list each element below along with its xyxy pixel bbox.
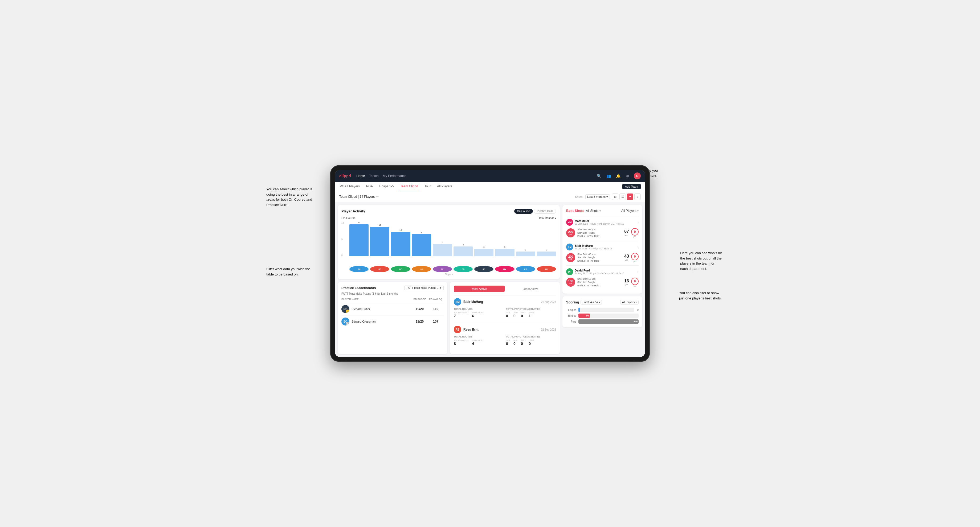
bar-2[interactable] bbox=[391, 232, 410, 256]
active-player-header-1: BM Blair McHarg 26 Aug 2023 bbox=[454, 298, 556, 306]
shot-meta-1: 09 Jun 2023 · Royal North Devon GC, Hole… bbox=[575, 222, 624, 225]
plus-circle-icon[interactable]: ⊕ bbox=[624, 173, 631, 179]
bar-4[interactable] bbox=[433, 244, 452, 256]
user-avatar[interactable]: U bbox=[634, 173, 641, 179]
main-content: Player Activity On Course Practice Drill… bbox=[335, 202, 645, 357]
bar-8[interactable] bbox=[516, 252, 535, 256]
bell-icon[interactable]: 🔔 bbox=[615, 173, 622, 179]
all-players-filter[interactable]: All Players ▾ bbox=[621, 209, 639, 213]
bar-3[interactable] bbox=[412, 234, 431, 256]
tablet-screen: clippd Home Teams My Performance 🔍 👥 🔔 ⊕… bbox=[335, 170, 645, 357]
active-avatar-1: BM bbox=[454, 298, 461, 306]
player-activity-card: Player Activity On Course Practice Drill… bbox=[338, 205, 560, 279]
total-rounds-group-2: Total Rounds Tournament 8 Practice bbox=[454, 335, 504, 346]
view-list-btn[interactable]: ≡ bbox=[634, 194, 641, 200]
view-heart-btn[interactable]: ♥ bbox=[627, 194, 633, 200]
chevron-right-icon-1[interactable]: › bbox=[637, 220, 639, 224]
rank-badge-gold: 1 bbox=[346, 310, 349, 313]
most-active-tab[interactable]: Most Active bbox=[454, 286, 505, 292]
bar-value-7: 3 bbox=[504, 246, 505, 248]
player-avatar-2[interactable]: DF bbox=[391, 266, 410, 272]
bar-value-3: 9 bbox=[421, 231, 422, 234]
scoring-par-select[interactable]: Par 3, 4 & 5s ▾ bbox=[581, 300, 602, 305]
scoring-all-players-select[interactable]: All Players ▾ bbox=[620, 300, 639, 305]
leaderboard-row-1: RB 1 Richard Butler 19/20 110 bbox=[341, 303, 444, 315]
nav-home[interactable]: Home bbox=[356, 173, 365, 179]
tournament-val-1: 7 bbox=[454, 314, 469, 318]
nav-teams[interactable]: Teams bbox=[369, 173, 379, 179]
shot-text-3: Shot Dist: 16 yds Start Lie: Rough End L… bbox=[578, 277, 622, 287]
shot-stat-zero-wrapper-1: 0 yds bbox=[631, 228, 639, 237]
active-player-2: RB Rees Britt 02 Sep 2023 Total Rounds bbox=[454, 323, 556, 351]
player-avatar-6[interactable]: RB bbox=[474, 266, 493, 272]
y-label-5: 5 bbox=[341, 238, 344, 240]
edit-icon[interactable]: ✏ bbox=[376, 195, 379, 198]
bar-9[interactable] bbox=[537, 252, 556, 256]
practice-activities-group-2: Total Practice Activities GTT 0 APP bbox=[506, 335, 556, 346]
player-name-crossman: Edward Crossman bbox=[352, 320, 375, 323]
scoring-bar-row-1: Birdies 96 bbox=[566, 314, 639, 318]
chart-dropdown[interactable]: Total Rounds ▾ bbox=[539, 217, 556, 220]
pb-avgsq-butler: 110 bbox=[428, 307, 444, 311]
best-shots-title: Best Shots bbox=[566, 209, 584, 213]
shot-avatar-1: MM bbox=[566, 219, 573, 226]
subnav-pga[interactable]: PGA bbox=[366, 182, 373, 191]
practice-activities-label-1: Total Practice Activities bbox=[506, 308, 556, 310]
search-icon[interactable]: 🔍 bbox=[595, 173, 602, 179]
bar-1[interactable] bbox=[370, 227, 389, 256]
scoring-bar-row-0: Eagles 3 bbox=[566, 308, 639, 312]
add-team-button[interactable]: Add Team bbox=[622, 184, 641, 189]
practice-drills-pill[interactable]: Practice Drills bbox=[534, 209, 556, 214]
player-avatar-8[interactable]: EC bbox=[516, 266, 535, 272]
shot-item-1: MM Matt Miller 09 Jun 2023 · Royal North… bbox=[566, 216, 639, 241]
team-header: Team Clippd | 14 Players ✏ Show: Last 3 … bbox=[335, 191, 645, 202]
shot-item-3: DF David Ford 24 Aug 2023 · Royal North … bbox=[566, 265, 639, 290]
leaderboard-title: Practice Leaderboards bbox=[341, 286, 376, 290]
shot-text-1: Shot Dist: 67 yds Start Lie: Rough End L… bbox=[578, 228, 622, 238]
right-panel: Best Shots All Shots ▾ All Players ▾ bbox=[562, 205, 642, 354]
period-select[interactable]: Last 3 months ▾ bbox=[585, 194, 610, 199]
view-grid-btn[interactable]: ⊞ bbox=[612, 194, 618, 200]
chevron-right-icon-3[interactable]: › bbox=[637, 270, 639, 274]
subnav-hcaps[interactable]: Hcaps 1-5 bbox=[379, 182, 395, 191]
player-avatar-0[interactable]: BM bbox=[349, 266, 369, 272]
subnav-pgat[interactable]: PGAT Players bbox=[339, 182, 360, 191]
shot-score-badge-2: 200 SG bbox=[566, 253, 575, 262]
player-activity-header: Player Activity On Course Practice Drill… bbox=[341, 209, 556, 214]
all-shots-filter[interactable]: All Shots ▾ bbox=[586, 209, 601, 213]
player-avatar-3[interactable]: JC bbox=[412, 266, 431, 272]
active-player-header-2: RB Rees Britt 02 Sep 2023 bbox=[454, 326, 556, 333]
active-player-1: BM Blair McHarg 26 Aug 2023 Total Rounds bbox=[454, 295, 556, 323]
bar-0[interactable] bbox=[349, 224, 369, 256]
shot-player-name-2: Blair McHarg bbox=[575, 244, 612, 247]
nav-performance[interactable]: My Performance bbox=[383, 173, 406, 179]
player-avatar-7[interactable]: MM bbox=[495, 266, 514, 272]
shot-stat-zero-2: 0 bbox=[631, 253, 639, 260]
bar-6[interactable] bbox=[474, 249, 493, 256]
leaderboard-select[interactable]: PUTT Must Make Putting ... ▾ bbox=[404, 286, 444, 290]
bar-group-5: 4 bbox=[453, 243, 473, 256]
bar-group-3: 9 bbox=[412, 231, 431, 256]
bar-5[interactable] bbox=[453, 246, 473, 256]
player-avatar-5[interactable]: DB bbox=[453, 266, 473, 272]
player-avatar-1[interactable]: RB bbox=[370, 266, 389, 272]
least-active-tab[interactable]: Least Active bbox=[505, 286, 556, 292]
on-course-pill[interactable]: On Course bbox=[514, 209, 533, 214]
total-rounds-group-1: Total Rounds Tournament 7 Practice bbox=[454, 308, 504, 318]
people-icon[interactable]: 👥 bbox=[605, 173, 612, 179]
scoring-title: Scoring bbox=[566, 300, 579, 304]
practice-act-cols-1: GTT 0 APP 0 bbox=[506, 311, 556, 318]
player-info-crossman: EC 2 Edward Crossman bbox=[341, 317, 412, 325]
bar-value-4: 5 bbox=[442, 241, 443, 243]
bar-7[interactable] bbox=[495, 249, 514, 256]
subnav-team-clippd[interactable]: Team Clippd bbox=[400, 182, 418, 191]
bar-group-0: 13 bbox=[349, 221, 369, 256]
chevron-right-icon-2[interactable]: › bbox=[637, 245, 639, 249]
subnav-all-players[interactable]: All Players bbox=[436, 182, 453, 191]
view-card-btn[interactable]: ☰ bbox=[619, 194, 626, 200]
shot-stat-zero-wrapper-3: 0 yds bbox=[631, 278, 639, 287]
player-avatar-4[interactable]: EE bbox=[433, 266, 452, 272]
player-avatar-9[interactable]: LR bbox=[537, 266, 556, 272]
subnav-tour[interactable]: Tour bbox=[424, 182, 431, 191]
scoring-bar-track-0 bbox=[578, 308, 634, 312]
